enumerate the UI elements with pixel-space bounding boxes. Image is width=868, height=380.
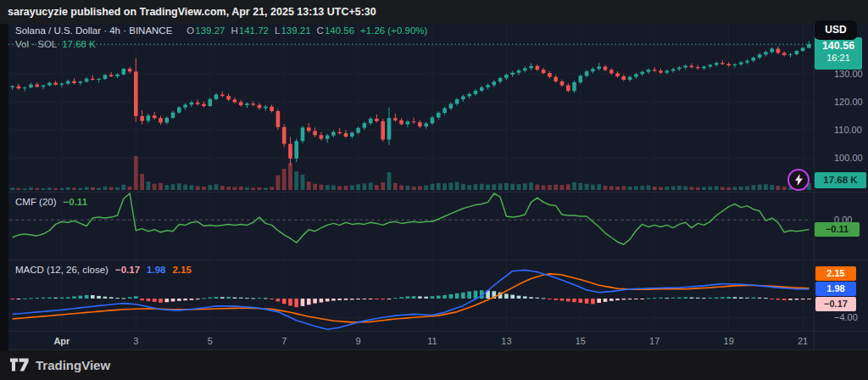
price-axis-label: 120.00 [834, 97, 863, 107]
tradingview-mark-icon [9, 356, 30, 373]
ohlc-low-label: L [275, 25, 280, 36]
volume-badge: 17.68 K [815, 172, 866, 188]
macd-line-badge: 1.98 [815, 282, 856, 296]
chart-canvas[interactable] [0, 0, 868, 380]
ohlc-close-label: C [317, 25, 324, 36]
tradingview-logo[interactable]: TradingView [9, 356, 110, 373]
volume-legend: Vol · SOL17.68 K [15, 39, 96, 49]
macd-axis-label: −4.00 [834, 312, 858, 322]
time-axis-label: 11 [427, 336, 437, 346]
footer-bar [0, 350, 868, 380]
cmf-badge: −0.11 [815, 222, 860, 237]
time-axis-label: 9 [356, 336, 361, 346]
ohlc-low-value: 139.21 [281, 25, 310, 36]
macd-signal-value: 2.15 [172, 265, 191, 275]
macd-signal-badge: 2.15 [815, 266, 856, 281]
left-strip [0, 24, 8, 350]
price-axis-label: 110.00 [834, 125, 862, 135]
volume-label[interactable]: Vol · SOL [15, 39, 57, 49]
time-axis-label: 15 [576, 336, 586, 346]
time-axis-label: 19 [724, 336, 734, 346]
chart-legend: Solana / U.S. Dollar · 4h · BINANCEO139.… [15, 25, 427, 36]
cmf-legend: CMF (20)−0.11 [15, 197, 87, 207]
time-axis-label: 17 [649, 336, 659, 346]
cmf-value: −0.11 [64, 197, 87, 207]
published-bar: sarayucyzie published on TradingView.com… [0, 0, 868, 24]
time-axis-label: 21 [798, 336, 808, 346]
tradingview-snapshot: sarayucyzie published on TradingView.com… [0, 0, 868, 380]
bar-countdown: 16:21 [815, 52, 862, 63]
lightning-bolt-icon [794, 174, 804, 186]
macd-hist-badge: −0.17 [815, 297, 856, 311]
macd-line-value: 1.98 [147, 265, 165, 275]
ohlc-open-value: 139.27 [195, 25, 225, 36]
ohlc-high-value: 141.72 [239, 25, 269, 36]
published-text: sarayucyzie published on TradingView.com… [8, 6, 376, 18]
currency-label: USD [825, 24, 846, 36]
last-price-badge: 140.56 16:21 [815, 37, 862, 70]
macd-legend: MACD (12, 26, close)−0.171.982.15 [15, 265, 192, 275]
symbol-title[interactable]: Solana / U.S. Dollar · 4h · BINANCE [15, 25, 172, 36]
currency-toggle[interactable]: USD [815, 20, 857, 40]
macd-title[interactable]: MACD (12, 26, close) [15, 265, 108, 275]
price-change: +1.26 (+0.90%) [360, 25, 427, 36]
macd-hist-value: −0.17 [115, 265, 140, 275]
brand-name: TradingView [36, 358, 110, 372]
time-axis-label: 3 [133, 336, 138, 346]
time-axis-label: 7 [281, 336, 287, 346]
price-axis-label: 100.00 [834, 153, 863, 163]
time-axis-label: 13 [501, 336, 511, 346]
ohlc-high-label: H [231, 25, 237, 36]
ohlc-open-label: O [186, 25, 194, 36]
cmf-title[interactable]: CMF (20) [15, 197, 57, 207]
time-axis[interactable] [8, 331, 814, 350]
boost-icon[interactable] [787, 169, 810, 191]
price-axis-label: 130.00 [834, 69, 863, 79]
ohlc-close-value: 140.56 [325, 25, 354, 36]
time-axis-label: Apr [53, 336, 70, 346]
volume-value: 17.68 K [62, 39, 96, 49]
time-axis-label: 5 [208, 336, 213, 346]
